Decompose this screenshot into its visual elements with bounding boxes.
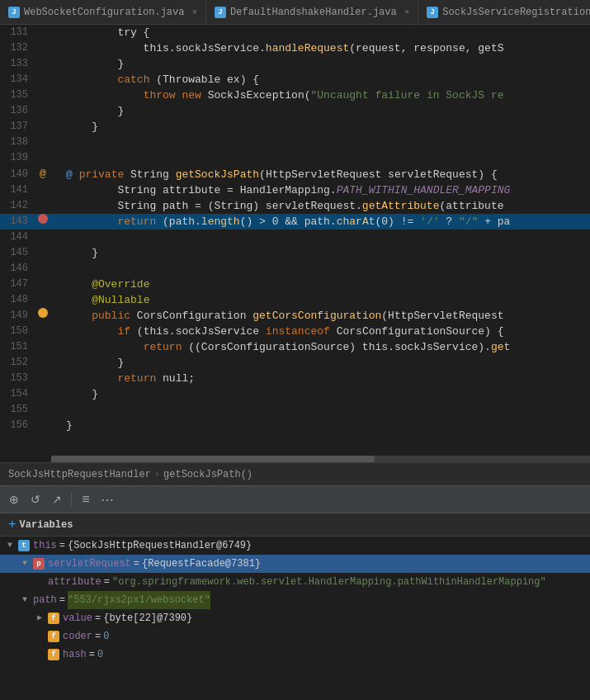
expand-btn-open-1[interactable] — [18, 557, 31, 570]
breakpoint-red[interactable] — [38, 214, 48, 224]
code-row-131: 131 try { — [0, 25, 590, 40]
variables-panel-header: + Variables — [0, 513, 590, 537]
line-num-152: 152 — [0, 355, 35, 371]
breadcrumb-method: getSockJsPath() — [163, 469, 253, 480]
tab-close-websocket[interactable]: × — [191, 7, 197, 17]
fold-134 — [51, 72, 63, 88]
code-row-154: 154 } — [0, 386, 590, 402]
debug-btn-add[interactable]: ⊕ — [5, 490, 23, 508]
line-num-156: 156 — [0, 418, 35, 433]
var-row-1[interactable]: pservletRequest = {RequestFacade@7381} — [0, 555, 590, 573]
code-cell-143: return (path.length() > 0 && path.charAt… — [63, 214, 590, 229]
var-row-0[interactable]: tthis = {SockJsHttpRequestHandler@6749} — [0, 537, 590, 555]
var-row-6[interactable]: fhash = 0 — [0, 646, 590, 664]
code-cell-139 — [63, 150, 590, 166]
code-table: 131 try {132 this.sockJsService.handleRe… — [0, 25, 590, 433]
gutter-134 — [35, 72, 51, 88]
gutter-142 — [35, 198, 51, 214]
expand-none-5 — [33, 630, 46, 643]
tab-sockjs-registration[interactable]: J SockJsServiceRegistration.java × — [418, 0, 590, 25]
code-cell-134: catch (Throwable ex) { — [63, 72, 590, 88]
code-cell-155 — [63, 402, 590, 418]
breakpoint-orange[interactable] — [38, 308, 48, 318]
code-row-151: 151 return ((CorsConfigurationSource) th… — [0, 339, 590, 355]
code-row-153: 153 return null; — [0, 371, 590, 386]
expand-btn-closed-4[interactable] — [33, 612, 46, 625]
fold-150 — [51, 324, 63, 339]
debug-btn-reload[interactable]: ↺ — [26, 490, 45, 508]
horizontal-scrollbar[interactable] — [51, 456, 590, 462]
debug-btn-more[interactable]: ⋯ — [98, 490, 116, 508]
var-row-3[interactable]: path = "553/rjxs2px1/websocket" — [0, 591, 590, 609]
line-num-133: 133 — [0, 56, 35, 72]
gutter-140: @ — [35, 166, 51, 182]
code-cell-132: this.sockJsService.handleRequest(request… — [63, 40, 590, 56]
line-num-132: 132 — [0, 40, 35, 56]
code-cell-137: } — [63, 119, 590, 135]
line-num-136: 136 — [0, 103, 35, 119]
fold-149 — [51, 308, 63, 324]
code-row-143: 143 return (path.length() > 0 && path.ch… — [0, 214, 590, 229]
var-eq-6: = — [89, 646, 95, 664]
gutter-155 — [35, 402, 51, 418]
code-cell-147: @Override — [63, 277, 590, 292]
gutter-148 — [35, 292, 51, 308]
fold-143 — [51, 214, 63, 229]
breadcrumb-bar: SockJsHttpRequestHandler › getSockJsPath… — [0, 462, 590, 485]
var-icon-f-4: f — [48, 612, 59, 624]
line-num-138: 138 — [0, 135, 35, 150]
code-cell-153: return null; — [63, 371, 590, 386]
tab-websocket-config[interactable]: J WebSocketConfiguration.java × — [0, 0, 206, 25]
debug-btn-list[interactable]: ≡ — [77, 490, 95, 508]
line-num-154: 154 — [0, 386, 35, 402]
expand-none-2 — [33, 575, 46, 589]
tab-label-sockjs-reg: SockJsServiceRegistration.java — [442, 7, 590, 18]
var-icon-f-6: f — [48, 649, 59, 660]
var-name-1: servletRequest — [48, 555, 131, 573]
gutter-153 — [35, 371, 51, 386]
gutter-139 — [35, 150, 51, 166]
modify-arrow: @ — [40, 168, 46, 180]
fold-148 — [51, 292, 63, 308]
var-value-1: {RequestFacade@7381} — [142, 555, 261, 573]
gutter-150 — [35, 324, 51, 339]
line-num-134: 134 — [0, 72, 35, 88]
gutter-138 — [35, 135, 51, 150]
var-row-5[interactable]: fcoder = 0 — [0, 627, 590, 646]
debug-separator-1 — [71, 492, 72, 507]
tab-handshake[interactable]: J DefaultHandshakeHandler.java × — [206, 0, 418, 25]
scrollbar-thumb — [51, 456, 375, 462]
fold-156 — [51, 418, 63, 433]
code-row-135: 135 throw new SockJsException("Uncaught … — [0, 88, 590, 103]
code-cell-138 — [63, 135, 590, 150]
line-num-139: 139 — [0, 150, 35, 166]
code-row-147: 147 @Override — [0, 277, 590, 292]
line-num-147: 147 — [0, 277, 35, 292]
code-cell-141: String attribute = HandlerMapping.PATH_W… — [63, 182, 590, 198]
debug-btn-step[interactable]: ↗ — [48, 490, 66, 508]
var-value-5: 0 — [103, 627, 109, 646]
gutter-151 — [35, 339, 51, 355]
var-eq-5: = — [95, 627, 101, 646]
var-name-3: path — [33, 591, 57, 609]
gutter-132 — [35, 40, 51, 56]
var-icon-f-5: f — [48, 631, 59, 642]
expand-btn-open-3[interactable] — [18, 594, 31, 607]
code-cell-144 — [63, 229, 590, 245]
var-row-2[interactable]: attribute = "org.springframework.web.ser… — [0, 573, 590, 591]
tab-close-handshake[interactable]: × — [404, 7, 410, 17]
fold-131 — [51, 25, 63, 40]
var-eq-3: = — [59, 591, 65, 609]
var-row-4[interactable]: fvalue = {byte[22]@7390} — [0, 609, 590, 627]
fold-135 — [51, 88, 63, 103]
var-value-3: "553/rjxs2px1/websocket" — [68, 591, 210, 609]
code-cell-156: } — [63, 418, 590, 433]
code-row-155: 155 — [0, 402, 590, 418]
line-num-149: 149 — [0, 308, 35, 324]
var-name-0: this — [33, 537, 57, 555]
line-num-142: 142 — [0, 198, 35, 214]
gutter-154 — [35, 386, 51, 402]
add-variable-button[interactable]: + — [8, 518, 17, 532]
expand-btn-open-0[interactable] — [3, 539, 17, 552]
fold-153 — [51, 371, 63, 386]
